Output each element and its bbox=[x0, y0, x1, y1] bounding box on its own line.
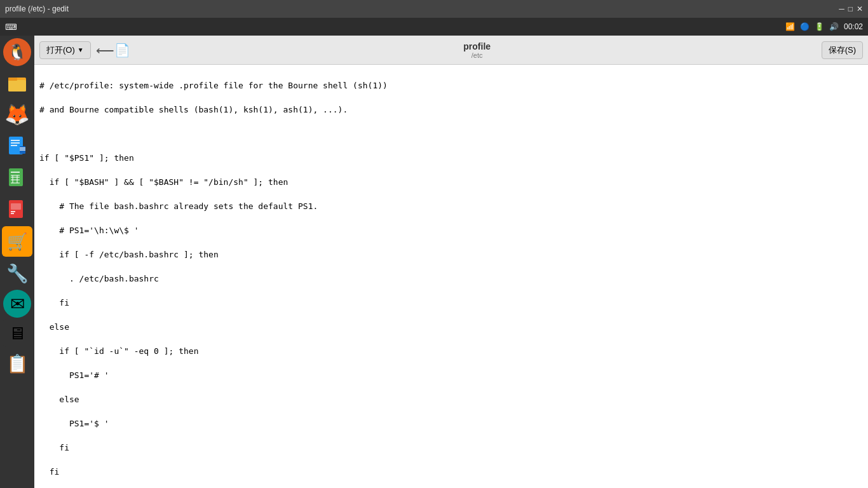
svg-rect-11 bbox=[11, 172, 20, 173]
editor-line: if [ "$PS1" ]; then bbox=[39, 152, 863, 164]
editor-line bbox=[39, 128, 863, 140]
editor-line: # and Bourne compatible shells (bash(1),… bbox=[39, 104, 863, 116]
maximize-btn[interactable]: □ bbox=[848, 4, 853, 13]
file-title: profile bbox=[463, 41, 491, 51]
sidebar-item-gedit[interactable]: 📋 bbox=[2, 348, 32, 379]
file-path: /etc bbox=[463, 51, 491, 59]
editor-line: # /etc/profile: system-wide .profile fil… bbox=[39, 79, 863, 92]
save-button[interactable]: 保存(S) bbox=[822, 41, 863, 59]
open-button[interactable]: 打开(O) ▼ bbox=[39, 41, 91, 59]
header-center: profile /etc bbox=[463, 41, 491, 59]
sidebar-item-writer[interactable] bbox=[2, 131, 32, 161]
sidebar-item-terminal[interactable]: 🖥 bbox=[3, 319, 31, 347]
sidebar-item-ubuntu[interactable]: 🐧 bbox=[3, 38, 31, 66]
sidebar-item-impress[interactable] bbox=[2, 194, 32, 225]
open-label: 打开(O) bbox=[46, 44, 75, 56]
keyboard-indicator: ⌨ bbox=[5, 22, 17, 32]
topbar-right: 📶 🔵 🔋 🔊 00:02 bbox=[785, 22, 863, 31]
titlebar: profile (/etc) - gedit ─ □ ✕ bbox=[0, 0, 868, 18]
svg-rect-5 bbox=[11, 142, 20, 144]
top-panel: ⌨ 📶 🔵 🔋 🔊 00:02 bbox=[0, 18, 868, 36]
editor-line: PS1='# ' bbox=[39, 369, 863, 381]
svg-rect-6 bbox=[11, 145, 17, 146]
editor-line: else bbox=[39, 393, 863, 405]
editor-line: PS1='$ ' bbox=[39, 417, 863, 430]
open-dropdown-icon: ▼ bbox=[78, 46, 84, 53]
header-right: 保存(S) bbox=[822, 41, 863, 59]
bluetooth-icon[interactable]: 🔵 bbox=[800, 22, 810, 31]
sidebar-item-files[interactable] bbox=[2, 67, 32, 98]
header-left: 打开(O) ▼ ⟵📄 bbox=[39, 40, 133, 60]
topbar-left: ⌨ bbox=[5, 22, 17, 32]
editor-area: 打开(O) ▼ ⟵📄 profile /etc 保存(S) # /etc/pro… bbox=[34, 36, 868, 488]
svg-rect-19 bbox=[11, 203, 21, 210]
svg-rect-21 bbox=[11, 213, 14, 214]
sound-icon[interactable]: 🔊 bbox=[829, 22, 839, 31]
editor-content[interactable]: # /etc/profile: system-wide .profile fil… bbox=[34, 65, 868, 488]
editor-line: fi bbox=[39, 297, 863, 309]
svg-rect-2 bbox=[8, 78, 17, 81]
sidebar-item-amazon[interactable]: 🛒 bbox=[2, 226, 32, 257]
close-btn[interactable]: ✕ bbox=[857, 4, 863, 13]
editor-line: else bbox=[39, 321, 863, 333]
main-layout: 🐧 🦊 bbox=[0, 36, 868, 488]
editor-header: 打开(O) ▼ ⟵📄 profile /etc 保存(S) bbox=[34, 36, 868, 65]
window-title: profile (/etc) - gedit bbox=[5, 4, 69, 13]
minimize-btn[interactable]: ─ bbox=[839, 4, 844, 13]
sidebar-item-calc[interactable] bbox=[2, 163, 32, 193]
sidebar-item-settings[interactable]: 🔧 bbox=[2, 258, 32, 288]
editor-line: if [ "`id -u`" -eq 0 ]; then bbox=[39, 345, 863, 357]
sidebar: 🐧 🦊 bbox=[0, 36, 34, 488]
editor-line: # The file bash.bashrc already sets the … bbox=[39, 200, 863, 212]
editor-line: fi bbox=[39, 466, 863, 478]
editor-line: . /etc/bash.bashrc bbox=[39, 273, 863, 285]
svg-rect-4 bbox=[11, 140, 20, 141]
wifi-icon[interactable]: 📶 bbox=[785, 22, 795, 31]
editor-line: # PS1='\h:\w\$ ' bbox=[39, 224, 863, 236]
sidebar-item-firefox[interactable]: 🦊 bbox=[2, 99, 32, 130]
editor-line: if [ -f /etc/bash.bashrc ]; then bbox=[39, 248, 863, 261]
svg-rect-1 bbox=[8, 80, 26, 92]
sidebar-item-mail[interactable]: ✉ bbox=[3, 290, 31, 318]
battery-icon[interactable]: 🔋 bbox=[815, 22, 824, 31]
svg-rect-20 bbox=[11, 211, 15, 212]
editor-line: fi bbox=[39, 442, 863, 454]
clock: 00:02 bbox=[844, 22, 863, 31]
recent-files-button[interactable]: ⟵📄 bbox=[93, 40, 133, 60]
editor-line: if [ "$BASH" ] && [ "$BASH" != "/bin/sh"… bbox=[39, 176, 863, 188]
